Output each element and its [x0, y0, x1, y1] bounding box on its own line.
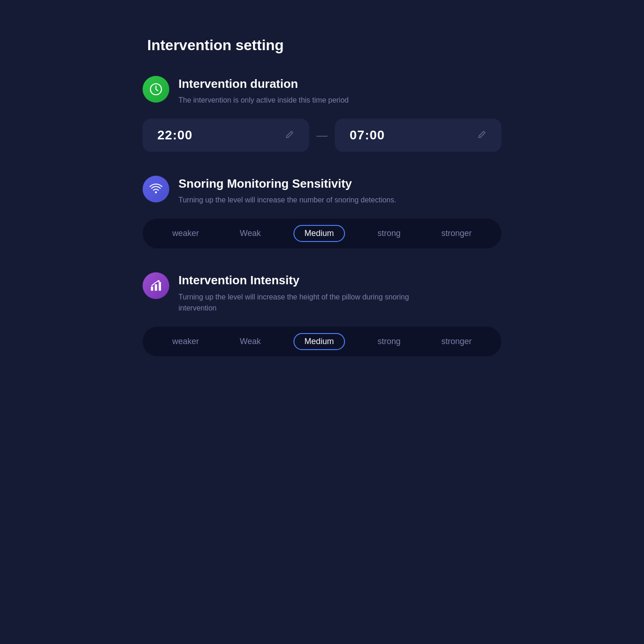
end-time-value: 07:00 — [350, 128, 385, 143]
end-time-picker[interactable]: 07:00 — [335, 119, 501, 152]
duration-header: Intervention duration The intervention i… — [143, 76, 501, 106]
intensity-option-strong[interactable]: strong — [369, 333, 409, 350]
duration-section: Intervention duration The intervention i… — [143, 76, 501, 152]
sensitivity-section: Snoring Monitoring Sensitivity Turning u… — [143, 176, 501, 248]
svg-rect-3 — [155, 284, 157, 291]
svg-point-1 — [155, 191, 157, 193]
start-time-picker[interactable]: 22:00 — [143, 119, 309, 152]
intensity-description: Turning up the level will increase the h… — [178, 292, 418, 314]
start-time-edit-icon — [285, 130, 294, 141]
end-time-edit-icon — [477, 130, 487, 141]
duration-description: The intervention is only active inside t… — [178, 95, 349, 106]
sensitivity-option-stronger[interactable]: stronger — [433, 225, 480, 242]
duration-text-block: Intervention duration The intervention i… — [178, 76, 349, 106]
clock-icon — [143, 76, 169, 103]
sensitivity-option-weak[interactable]: Weak — [231, 225, 269, 242]
time-separator: — — [316, 129, 328, 142]
sensitivity-header: Snoring Monitoring Sensitivity Turning u… — [143, 176, 501, 206]
svg-rect-2 — [151, 287, 153, 291]
sensitivity-option-weaker[interactable]: weaker — [164, 225, 207, 242]
intensity-option-weaker[interactable]: weaker — [164, 333, 207, 350]
sensitivity-description: Turning up the level will increase the n… — [178, 195, 396, 206]
duration-title: Intervention duration — [178, 77, 349, 91]
wifi-icon — [143, 176, 169, 202]
time-row: 22:00 — 07:00 — [143, 119, 501, 152]
chart-icon — [143, 272, 169, 299]
intensity-title: Intervention Intensity — [178, 273, 418, 288]
main-container: Intervention setting Intervention durati… — [143, 0, 501, 380]
intensity-section: Intervention Intensity Turning up the le… — [143, 272, 501, 356]
sensitivity-option-strong[interactable]: strong — [369, 225, 409, 242]
intensity-option-stronger[interactable]: stronger — [433, 333, 480, 350]
sensitivity-option-medium[interactable]: Medium — [293, 225, 345, 242]
svg-rect-4 — [159, 282, 161, 291]
page-title: Intervention setting — [143, 37, 501, 54]
start-time-value: 22:00 — [157, 128, 193, 143]
intensity-option-weak[interactable]: Weak — [231, 333, 269, 350]
intensity-header: Intervention Intensity Turning up the le… — [143, 272, 501, 313]
sensitivity-title: Snoring Monitoring Sensitivity — [178, 177, 396, 191]
intensity-selector: weaker Weak Medium strong stronger — [143, 327, 501, 356]
sensitivity-selector: weaker Weak Medium strong stronger — [143, 218, 501, 248]
sensitivity-text-block: Snoring Monitoring Sensitivity Turning u… — [178, 176, 396, 206]
intensity-text-block: Intervention Intensity Turning up the le… — [178, 272, 418, 313]
intensity-option-medium[interactable]: Medium — [293, 333, 345, 350]
